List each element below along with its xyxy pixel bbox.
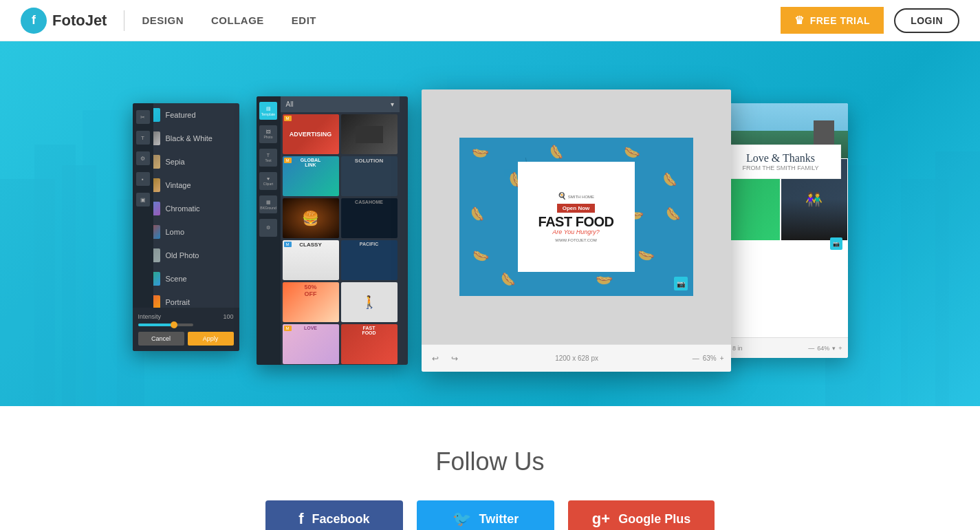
type-icon[interactable]: T: [136, 131, 150, 145]
canvas-design: 🌭 🌭 🌭 🌭 🌭 🌭 🌭 🌭 🌭 🌭 🌭 🌭 🌭 🌭: [459, 138, 693, 296]
template-card-home[interactable]: CASAHOME: [341, 198, 398, 238]
template-badge-2: M: [284, 158, 292, 163]
nav-design[interactable]: DESIGN: [142, 14, 184, 26]
photo-icon[interactable]: 🖼 Photo: [259, 125, 277, 143]
twitter-label: Twitter: [479, 512, 519, 527]
template-card-50off2[interactable]: 🚶: [341, 282, 398, 322]
right-panel: 👫 Love & Thanks FROM THE SMITH FAMILY 📷 …: [714, 103, 848, 358]
template-card-50off[interactable]: 50%OFF: [283, 282, 339, 322]
logo[interactable]: f FotoJet: [21, 8, 107, 34]
template-card-pacific[interactable]: PACIFIC: [341, 240, 398, 280]
template-card-advertising[interactable]: M ADVERTISING: [283, 114, 339, 154]
google-plus-button[interactable]: g+ Google Plus: [568, 500, 715, 530]
facebook-label: Facebook: [312, 512, 369, 527]
facebook-button[interactable]: f Facebook: [265, 500, 403, 530]
chef-logo: 🍳 SMITH HOME: [558, 192, 594, 200]
settings-icon[interactable]: ⚙: [259, 219, 277, 237]
zoom-controls: — 63% +: [693, 354, 724, 362]
main-nav: DESIGN COLLAGE EDIT: [142, 14, 316, 26]
clipart-icon[interactable]: ♥ Clipart: [259, 172, 277, 190]
template-card-burger[interactable]: 🍔: [283, 198, 339, 238]
right-zoom-out[interactable]: —: [808, 345, 814, 352]
social-buttons: f Facebook 🐦 Twitter g+ Google Plus: [0, 500, 980, 530]
screenshots-container: ✂ T ⚙ ▪ ▣ Featured Black & White: [112, 89, 869, 385]
right-toolbar: 10 x 8 in — 64% ▾ +: [714, 337, 848, 358]
facebook-icon: f: [298, 510, 303, 528]
crown-icon: ♛: [794, 14, 805, 27]
love-thanks-subtitle: FROM THE SMITH FAMILY: [728, 165, 834, 171]
fast-food-subtitle: Are You Hungry?: [552, 229, 599, 235]
right-zoom-controls: — 64% ▾ +: [808, 345, 842, 352]
nav-edit[interactable]: EDIT: [292, 14, 316, 26]
canvas-content-box: 🍳 SMITH HOME Open Now FAST FOOD Are You …: [518, 162, 635, 272]
zoom-level: 63%: [703, 354, 717, 362]
login-button[interactable]: LOGIN: [894, 8, 959, 33]
template-card-solution[interactable]: SOLUTION: [341, 156, 398, 196]
template-card-fastfood[interactable]: FASTFOOD: [341, 324, 398, 364]
template-sidebar-icons: ▤ Template 🖼 Photo T Text ♥ Clipart: [257, 96, 281, 365]
right-screenshot-icon[interactable]: 📷: [830, 237, 842, 250]
template-card-classy[interactable]: CLASSY M: [283, 240, 339, 280]
header-divider: [124, 10, 124, 31]
right-zoom-in[interactable]: +: [838, 345, 842, 352]
toolbar-left: ↩ ↪: [428, 352, 461, 365]
template-badge: M: [284, 116, 292, 121]
twitter-button[interactable]: 🐦 Twitter: [417, 500, 554, 530]
free-trial-label: FREE TRIAL: [810, 15, 870, 26]
overlay-icon[interactable]: ▪: [136, 172, 150, 186]
filter-panel: ✂ T ⚙ ▪ ▣ Featured Black & White: [133, 103, 239, 351]
logo-icon: f: [21, 8, 47, 34]
fast-food-title: FAST FOOD: [538, 215, 614, 229]
intensity-value: 100: [223, 313, 233, 320]
template-card-global[interactable]: M GLOBALLINK: [283, 156, 339, 196]
adjust-icon[interactable]: ⚙: [136, 151, 150, 165]
undo-button[interactable]: ↩: [428, 352, 442, 365]
canvas-screenshot-icon[interactable]: 📷: [674, 277, 688, 290]
text-icon[interactable]: T Text: [259, 149, 277, 167]
template-card-dark[interactable]: [341, 114, 398, 154]
zoom-in-btn[interactable]: +: [720, 354, 724, 362]
frame-icon[interactable]: ▣: [136, 193, 150, 206]
template-badge-3: M: [284, 242, 292, 247]
background-icon[interactable]: ▦ BKGround: [259, 195, 277, 213]
zoom-out-btn[interactable]: —: [693, 354, 699, 362]
template-badge-4: M: [284, 326, 292, 331]
template-filter-chevron: ▾: [391, 100, 394, 108]
twitter-icon: 🐦: [453, 510, 471, 528]
follow-section: Follow Us f Facebook 🐦 Twitter g+ Google…: [0, 406, 980, 530]
google-label: Google Plus: [618, 512, 690, 527]
template-filter-label: All: [286, 100, 294, 108]
template-card-love[interactable]: LOVE M: [283, 324, 339, 364]
canvas-size-label: 1200 x 628 px: [555, 354, 598, 362]
cancel-button[interactable]: Cancel: [138, 332, 184, 346]
header: f FotoJet DESIGN COLLAGE EDIT ♛ FREE TRI…: [0, 0, 980, 41]
clip-icon[interactable]: ✂: [136, 110, 150, 124]
intensity-label: Intensity: [138, 313, 162, 320]
right-panel-top: 👫 Love & Thanks FROM THE SMITH FAMILY: [714, 103, 848, 241]
hero-section: ✂ T ⚙ ▪ ▣ Featured Black & White: [0, 41, 980, 406]
follow-title: Follow Us: [0, 447, 980, 476]
template-grid: M ADVERTISING M GLOBALLINK: [281, 112, 400, 365]
open-now-banner: Open Now: [557, 204, 596, 213]
free-trial-button[interactable]: ♛ FREE TRIAL: [781, 7, 884, 34]
logo-text: FotoJet: [52, 12, 107, 30]
template-icon[interactable]: ▤ Template: [259, 102, 277, 120]
right-zoom-level: 64%: [817, 345, 829, 352]
love-thanks-title: Love & Thanks: [728, 152, 834, 165]
header-right: ♛ FREE TRIAL LOGIN: [781, 7, 959, 34]
main-canvas[interactable]: 🌭 🌭 🌭 🌭 🌭 🌭 🌭 🌭 🌭 🌭 🌭 🌭 🌭 🌭: [422, 89, 731, 344]
template-content: All ▾ M ADVERTISING: [281, 96, 400, 365]
nav-collage[interactable]: COLLAGE: [211, 14, 264, 26]
google-icon: g+: [592, 510, 610, 528]
main-canvas-panel: 🌭 🌭 🌭 🌭 🌭 🌭 🌭 🌭 🌭 🌭 🌭 🌭 🌭 🌭: [422, 89, 731, 372]
right-zoom-chevron[interactable]: ▾: [832, 345, 836, 352]
redo-button[interactable]: ↪: [448, 352, 461, 365]
fast-food-url: WWW.FOTOJET.COM: [555, 238, 597, 242]
main-toolbar: ↩ ↪ 1200 x 628 px — 63% +: [422, 344, 731, 372]
template-panel: ▤ Template 🖼 Photo T Text ♥ Clipart: [257, 96, 408, 365]
intensity-dot: [171, 321, 177, 328]
template-filter-bar[interactable]: All ▾: [281, 96, 400, 112]
apply-button[interactable]: Apply: [188, 332, 234, 346]
love-thanks-card: Love & Thanks FROM THE SMITH FAMILY: [721, 145, 841, 179]
intensity-bar[interactable]: [138, 324, 193, 326]
